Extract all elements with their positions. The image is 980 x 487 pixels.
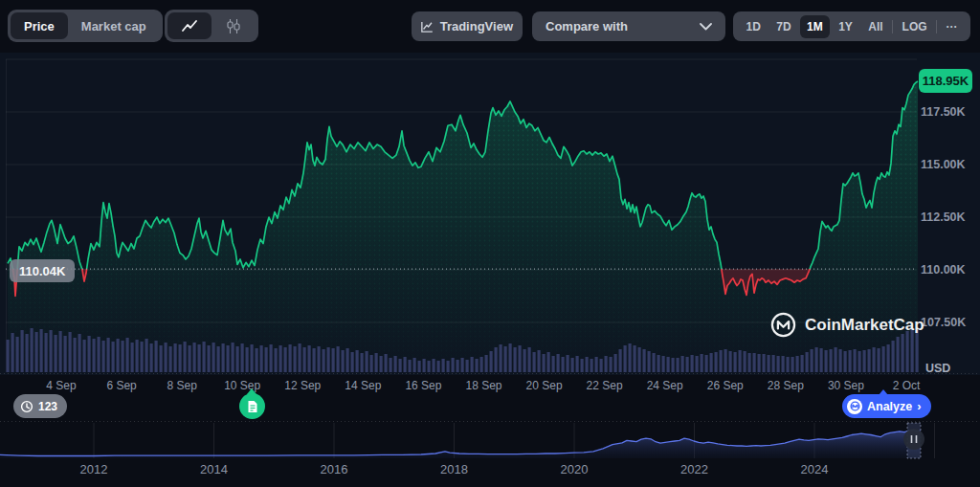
watermark-label: CoinMarketCap (805, 316, 924, 335)
mini-chart-selection[interactable] (907, 423, 921, 458)
x-tick-label: 30 Sep (828, 379, 864, 392)
tradingview-icon (421, 20, 434, 33)
y-tick-label: 107.50K (921, 316, 966, 329)
line-chart-button[interactable] (167, 12, 212, 39)
news-marker-badge[interactable] (239, 393, 265, 419)
range-separator (892, 20, 893, 33)
compare-with-label: Compare with (546, 19, 628, 33)
analyze-chevron-icon: › (917, 399, 921, 413)
x-tick-label: 16 Sep (405, 379, 441, 392)
y-tick-label: 115.00K (921, 158, 966, 171)
price-tab-label: Price (24, 19, 55, 33)
y-tick-label: 112.50K (921, 210, 966, 224)
range-button-···[interactable]: ··· (939, 15, 964, 38)
history-clock-icon (20, 400, 33, 413)
x-tick-label: 2 Oct (893, 379, 921, 392)
x-tick-label: 14 Sep (345, 379, 381, 392)
year-tick-label: 2022 (680, 462, 708, 476)
candle-chart-button[interactable] (212, 12, 256, 39)
cmc-logo-icon (847, 399, 862, 414)
cmc-logo-glyph (850, 401, 860, 411)
price-chart-page: Price Market cap TradingView Compare wit… (0, 0, 980, 487)
currency-label: USD (925, 362, 950, 375)
year-tick-label: 2012 (80, 462, 108, 476)
x-tick-label: 24 Sep (647, 379, 683, 392)
analyze-label: Analyze (867, 400, 912, 413)
x-tick-label: 22 Sep (587, 379, 623, 392)
cmc-watermark-logo-icon (770, 312, 796, 338)
x-tick-label: 12 Sep (284, 379, 321, 392)
x-tick-label: 18 Sep (465, 379, 501, 392)
x-tick-label: 26 Sep (707, 379, 744, 392)
x-tick-label: 4 Sep (46, 379, 76, 392)
history-count-label: 123 (38, 400, 57, 413)
range-button-7d[interactable]: 7D (769, 15, 797, 38)
price-tab[interactable]: Price (11, 12, 68, 39)
year-tick-label: 2020 (561, 462, 589, 476)
document-icon (247, 400, 258, 413)
tradingview-label: TradingView (440, 19, 513, 33)
compare-with-dropdown[interactable]: Compare with (532, 11, 725, 41)
price-marketcap-toggle: Price Market cap (8, 10, 163, 42)
x-tick-label: 20 Sep (526, 379, 563, 392)
analyze-button[interactable]: Analyze › (842, 394, 931, 418)
range-selector: 1D7D1M1YAllLOG··· (733, 11, 970, 41)
tradingview-button[interactable]: TradingView (412, 11, 523, 41)
year-tick-label: 2014 (200, 462, 228, 476)
coinmarketcap-watermark: CoinMarketCap (770, 312, 924, 338)
range-separator (936, 20, 937, 33)
year-tick-label: 2016 (321, 462, 348, 476)
range-button-1m[interactable]: 1M (800, 15, 830, 38)
range-button-log[interactable]: LOG (896, 15, 934, 38)
line-chart-icon (182, 20, 198, 33)
range-button-1y[interactable]: 1Y (832, 15, 859, 38)
y-tick-label: 117.50K (921, 105, 966, 119)
year-tick-label: 2018 (440, 462, 468, 476)
history-count-badge[interactable]: 123 (13, 394, 67, 418)
range-button-all[interactable]: All (861, 15, 889, 38)
baseline-price-label: 110.04K (10, 259, 75, 282)
range-button-1d[interactable]: 1D (739, 15, 767, 38)
current-price-badge: 118.95K (919, 69, 972, 93)
y-tick-label: 110.00K (921, 263, 966, 277)
mini-chart-line (0, 431, 921, 456)
selection-handle[interactable] (903, 429, 924, 450)
x-tick-label: 28 Sep (768, 379, 804, 392)
market-cap-tab[interactable]: Market cap (68, 12, 160, 39)
candlestick-icon (226, 19, 241, 33)
chart-type-toggle (165, 10, 258, 42)
market-cap-tab-label: Market cap (81, 19, 146, 33)
history-mini-chart[interactable] (0, 423, 935, 458)
chevron-down-icon (700, 23, 712, 31)
year-tick-label: 2024 (801, 462, 829, 476)
x-tick-label: 8 Sep (167, 379, 196, 392)
x-tick-label: 6 Sep (106, 379, 136, 392)
